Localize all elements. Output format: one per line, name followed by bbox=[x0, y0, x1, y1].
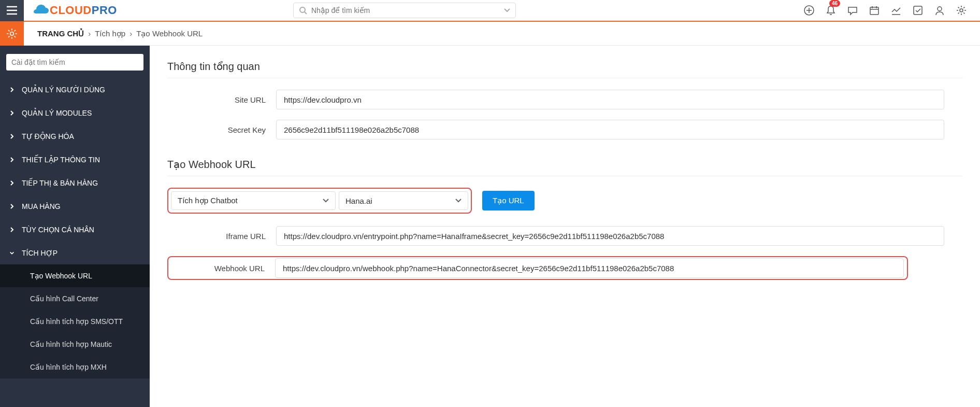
check-square-icon bbox=[912, 5, 924, 16]
subitem-call-center[interactable]: Cấu hình Call Center bbox=[0, 287, 150, 310]
calendar-icon bbox=[869, 5, 880, 16]
provider-select[interactable]: Hana.ai bbox=[339, 191, 468, 210]
global-search[interactable] bbox=[293, 3, 516, 18]
chart-icon bbox=[890, 5, 902, 16]
sidebar-label: TÙY CHỌN CÁ NHÂN bbox=[22, 226, 94, 234]
sidebar-item-users[interactable]: QUẢN LÝ NGƯỜI DÙNG bbox=[0, 78, 150, 101]
sidebar-item-integration[interactable]: TÍCH HỢP bbox=[0, 241, 150, 264]
sidebar-item-modules[interactable]: QUẢN LÝ MODULES bbox=[0, 101, 150, 124]
hamburger-icon bbox=[6, 6, 18, 15]
chevron-right-icon bbox=[9, 110, 15, 116]
sidebar-label: QUẢN LÝ MODULES bbox=[22, 109, 92, 117]
field-site-url: Site URL bbox=[167, 90, 962, 109]
iframe-url-label: Iframe URL bbox=[167, 232, 276, 241]
subitem-create-webhook[interactable]: Tạo Webhook URL bbox=[0, 264, 150, 287]
logo-text-1: CLOUD bbox=[50, 4, 92, 17]
settings-panel-button[interactable] bbox=[0, 22, 24, 46]
sidebar-label: THIẾT LẬP THÔNG TIN bbox=[22, 156, 100, 164]
settings-button[interactable] bbox=[952, 1, 971, 20]
calendar-button[interactable] bbox=[865, 1, 884, 20]
breadcrumb-separator: › bbox=[88, 29, 91, 38]
subheader: TRANG CHỦ › Tích hợp › Tạo Webhook URL bbox=[0, 22, 980, 46]
sidebar-item-automation[interactable]: TỰ ĐỘNG HÓA bbox=[0, 124, 150, 148]
chat-icon bbox=[847, 5, 858, 16]
search-icon bbox=[299, 6, 307, 15]
notification-badge: 46 bbox=[829, 0, 840, 7]
header-toolbar: 46 bbox=[800, 1, 980, 20]
cloud-icon bbox=[33, 4, 50, 17]
webhook-url-input[interactable] bbox=[275, 258, 904, 278]
sidebar-item-marketing[interactable]: TIẾP THỊ & BÁN HÀNG bbox=[0, 171, 150, 194]
main-content: Thông tin tổng quan Site URL Secret Key … bbox=[150, 46, 980, 407]
sidebar-search-input[interactable] bbox=[6, 54, 143, 71]
add-button[interactable] bbox=[800, 1, 818, 20]
sidebar-item-purchase[interactable]: MUA HÀNG bbox=[0, 194, 150, 218]
sidebar-label: TÍCH HỢP bbox=[22, 249, 57, 257]
chevron-right-icon bbox=[9, 87, 15, 93]
select-value: Hana.ai bbox=[345, 197, 372, 205]
svg-point-15 bbox=[938, 7, 942, 11]
subitem-mautic[interactable]: Cấu hình tích hợp Mautic bbox=[0, 333, 150, 356]
svg-rect-14 bbox=[914, 6, 922, 15]
sidebar-submenu: Tạo Webhook URL Cấu hình Call Center Cấu… bbox=[0, 264, 150, 378]
gear-icon bbox=[956, 5, 967, 16]
subitem-sms-ott[interactable]: Cấu hình tích hợp SMS/OTT bbox=[0, 310, 150, 333]
field-secret-key: Secret Key bbox=[167, 120, 962, 139]
gear-icon bbox=[6, 27, 18, 40]
chevron-right-icon bbox=[9, 227, 15, 233]
breadcrumb-item[interactable]: Tích hợp bbox=[95, 29, 125, 38]
reports-button[interactable] bbox=[887, 1, 905, 20]
subitem-label: Cấu hình tích hợp SMS/OTT bbox=[30, 317, 123, 326]
plus-circle-icon bbox=[803, 5, 815, 16]
user-icon bbox=[934, 5, 945, 16]
secret-key-label: Secret Key bbox=[167, 125, 276, 134]
highlight-box-webhook: Webhook URL bbox=[167, 256, 908, 280]
breadcrumb-item: Tạo Webhook URL bbox=[136, 29, 203, 38]
svg-point-17 bbox=[10, 32, 14, 35]
svg-rect-9 bbox=[870, 7, 878, 15]
subitem-label: Cấu hình tích hợp MXH bbox=[30, 363, 107, 371]
chevron-right-icon bbox=[9, 133, 15, 139]
sidebar-search bbox=[6, 54, 143, 71]
settings-sidebar: QUẢN LÝ NGƯỜI DÙNG QUẢN LÝ MODULES TỰ ĐỘ… bbox=[0, 46, 150, 407]
logo-text-2: PRO bbox=[92, 4, 117, 17]
subitem-label: Cấu hình tích hợp Mautic bbox=[30, 340, 112, 348]
sidebar-label: TỰ ĐỘNG HÓA bbox=[22, 132, 74, 141]
svg-point-16 bbox=[960, 9, 963, 12]
breadcrumb-home[interactable]: TRANG CHỦ bbox=[37, 29, 84, 38]
chevron-down-icon[interactable] bbox=[504, 8, 510, 12]
sidebar-label: TIẾP THỊ & BÁN HÀNG bbox=[22, 179, 98, 187]
create-url-button[interactable]: Tạo URL bbox=[482, 191, 535, 210]
svg-line-4 bbox=[305, 12, 307, 14]
profile-button[interactable] bbox=[930, 1, 949, 20]
site-url-label: Site URL bbox=[167, 95, 276, 104]
notifications-button[interactable]: 46 bbox=[822, 1, 840, 20]
sidebar-item-info[interactable]: THIẾT LẬP THÔNG TIN bbox=[0, 148, 150, 171]
subitem-mxh[interactable]: Cấu hình tích hợp MXH bbox=[0, 356, 150, 378]
field-iframe-url: Iframe URL bbox=[167, 226, 962, 246]
sidebar-label: MUA HÀNG bbox=[22, 202, 61, 210]
search-input[interactable] bbox=[311, 6, 504, 15]
chat-button[interactable] bbox=[843, 1, 862, 20]
subitem-label: Cấu hình Call Center bbox=[30, 294, 98, 303]
secret-key-input[interactable] bbox=[276, 120, 944, 139]
iframe-url-input[interactable] bbox=[276, 226, 944, 246]
webhook-title: Tạo Webhook URL bbox=[167, 158, 962, 176]
top-header: CLOUDPRO 46 bbox=[0, 0, 980, 22]
tasks-button[interactable] bbox=[909, 1, 927, 20]
highlight-box-selects: Tích hợp Chatbot Hana.ai bbox=[167, 188, 472, 214]
webhook-url-label: Webhook URL bbox=[169, 264, 275, 273]
logo[interactable]: CLOUDPRO bbox=[33, 4, 117, 17]
chevron-right-icon bbox=[9, 180, 15, 186]
chevron-down-icon bbox=[9, 251, 15, 255]
site-url-input[interactable] bbox=[276, 90, 944, 109]
sidebar-item-personal[interactable]: TÙY CHỌN CÁ NHÂN bbox=[0, 218, 150, 241]
hamburger-menu[interactable] bbox=[0, 0, 24, 21]
subitem-label: Tạo Webhook URL bbox=[30, 272, 92, 280]
selects-row: Tích hợp Chatbot Hana.ai Tạo URL bbox=[167, 188, 962, 214]
chevron-right-icon bbox=[9, 203, 15, 209]
integration-type-select[interactable]: Tích hợp Chatbot bbox=[171, 191, 336, 210]
overview-title: Thông tin tổng quan bbox=[167, 60, 962, 78]
breadcrumb: TRANG CHỦ › Tích hợp › Tạo Webhook URL bbox=[37, 29, 203, 38]
chevron-down-icon bbox=[455, 199, 462, 203]
